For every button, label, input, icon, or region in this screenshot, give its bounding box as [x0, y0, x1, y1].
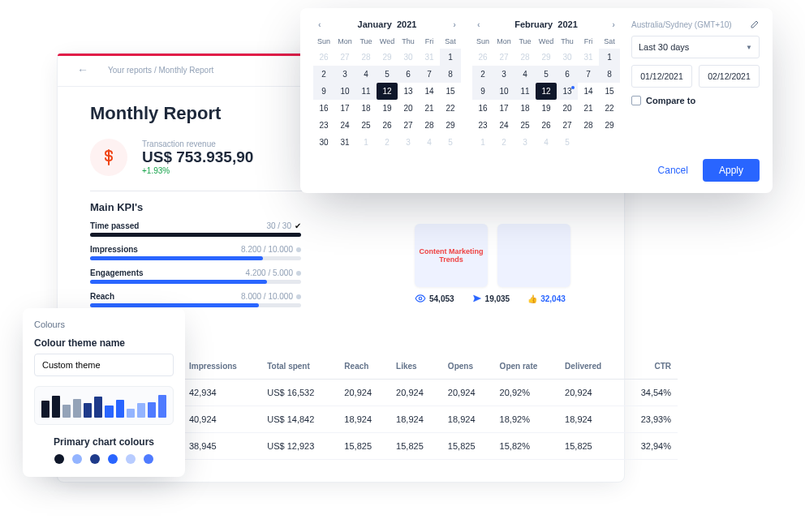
pencil-icon[interactable]	[750, 19, 760, 29]
compare-checkbox[interactable]: Compare to	[631, 96, 760, 105]
calendar-day[interactable]: 4	[419, 134, 440, 151]
calendar-day[interactable]: 6	[557, 66, 578, 83]
calendar-day[interactable]: 7	[419, 66, 440, 83]
calendar-day[interactable]: 24	[334, 117, 355, 134]
calendar-day[interactable]: 6	[398, 66, 419, 83]
theme-name-input[interactable]	[34, 354, 174, 376]
thumbnail-generic[interactable]	[497, 224, 570, 287]
calendar-day[interactable]: 29	[440, 117, 461, 134]
cancel-button[interactable]: Cancel	[658, 165, 688, 176]
calendar-day[interactable]: 21	[419, 100, 440, 117]
calendar-day[interactable]: 14	[578, 83, 599, 100]
calendar-day[interactable]: 3	[514, 134, 536, 151]
calendar-day[interactable]: 15	[440, 83, 461, 100]
calendar-day[interactable]: 12	[377, 83, 398, 100]
calendar-day[interactable]: 2	[313, 66, 334, 83]
table-row[interactable]: 38,945US$ 12,92315,82515,82515,82515,82%…	[183, 433, 678, 460]
calendar-day[interactable]: 26	[313, 49, 334, 66]
back-arrow-icon[interactable]: ←	[77, 63, 88, 76]
col-reach[interactable]: Reach	[338, 354, 390, 380]
checkbox-icon[interactable]	[631, 96, 641, 105]
calendar-day[interactable]: 5	[377, 66, 398, 83]
calendar-day[interactable]: 24	[493, 117, 514, 134]
calendar-day[interactable]: 16	[472, 100, 493, 117]
col-opens[interactable]: Opens	[441, 354, 493, 380]
calendar-day[interactable]: 8	[440, 66, 461, 83]
date-from-input[interactable]: 01/12/2021	[631, 65, 692, 88]
calendar-day[interactable]: 28	[419, 117, 440, 134]
colour-swatch[interactable]	[126, 454, 136, 464]
calendar-day[interactable]: 11	[514, 83, 536, 100]
breadcrumb-trail[interactable]: Your reports / Monthly Report	[108, 66, 213, 75]
calendar-day[interactable]: 26	[377, 117, 398, 134]
calendar-day[interactable]: 20	[557, 100, 578, 117]
calendar-day[interactable]: 12	[536, 83, 557, 100]
colour-swatch[interactable]	[72, 454, 82, 464]
calendar-day[interactable]: 4	[514, 66, 536, 83]
calendar-day[interactable]: 13	[398, 83, 419, 100]
calendar-day[interactable]: 1	[472, 134, 493, 151]
calendar-day[interactable]: 7	[578, 66, 599, 83]
calendar-day[interactable]: 28	[355, 49, 377, 66]
range-preset-select[interactable]: Last 30 days▼	[631, 36, 760, 58]
timezone-row[interactable]: Australia/Sydney (GMT+10)	[631, 19, 760, 29]
col-total-spent[interactable]: Total spent	[260, 354, 338, 380]
calendar-day[interactable]: 29	[377, 49, 398, 66]
calendar-day[interactable]: 30	[557, 49, 578, 66]
calendar-day[interactable]: 29	[536, 49, 557, 66]
col-impressions[interactable]: Impressions	[183, 354, 260, 380]
calendar-day[interactable]: 17	[334, 100, 355, 117]
calendar-day[interactable]: 5	[536, 66, 557, 83]
next-month-button[interactable]: ›	[448, 19, 461, 29]
calendar-day[interactable]: 26	[472, 49, 493, 66]
calendar-day[interactable]: 10	[334, 83, 355, 100]
colour-swatch[interactable]	[54, 454, 64, 464]
calendar-day[interactable]: 9	[472, 83, 493, 100]
col-ctr[interactable]: CTR	[622, 354, 678, 380]
table-row[interactable]: 40,924US$ 14,84218,92418,92418,92418,92%…	[183, 406, 678, 433]
calendar-day[interactable]: 2	[493, 134, 514, 151]
thumbnail-content-marketing[interactable]: Content Marketing Trends	[415, 224, 488, 287]
calendar-day[interactable]: 29	[599, 117, 620, 134]
calendar-day[interactable]: 19	[377, 100, 398, 117]
calendar-day[interactable]: 27	[398, 117, 419, 134]
calendar-day[interactable]: 23	[472, 117, 493, 134]
calendar-day[interactable]: 27	[557, 117, 578, 134]
calendar-day[interactable]: 1	[440, 49, 461, 66]
calendar-day[interactable]: 20	[398, 100, 419, 117]
calendar-day[interactable]: 22	[440, 100, 461, 117]
calendar-day[interactable]: 31	[578, 49, 599, 66]
calendar-day[interactable]: 4	[355, 66, 377, 83]
calendar-day[interactable]: 9	[313, 83, 334, 100]
calendar-day[interactable]: 30	[398, 49, 419, 66]
calendar-day[interactable]: 15	[599, 83, 620, 100]
calendar-day[interactable]: 8	[599, 66, 620, 83]
calendar-day[interactable]: 27	[334, 49, 355, 66]
calendar-day[interactable]: 28	[514, 49, 536, 66]
table-row[interactable]: 42,934US$ 16,53220,92420,92420,92420,92%…	[183, 380, 678, 406]
calendar-day[interactable]: 4	[536, 134, 557, 151]
calendar-day[interactable]: 18	[355, 100, 377, 117]
calendar-day[interactable]: 23	[313, 117, 334, 134]
calendar-day[interactable]: 13	[557, 83, 578, 100]
col-open-rate[interactable]: Open rate	[493, 354, 558, 380]
calendar-day[interactable]: 28	[578, 117, 599, 134]
calendar-day[interactable]: 25	[514, 117, 536, 134]
calendar-day[interactable]: 3	[398, 134, 419, 151]
calendar-day[interactable]: 11	[355, 83, 377, 100]
date-to-input[interactable]: 02/12/2021	[699, 65, 760, 88]
calendar-day[interactable]: 2	[472, 66, 493, 83]
colour-swatch[interactable]	[108, 454, 118, 464]
calendar-day[interactable]: 31	[334, 134, 355, 151]
calendar-day[interactable]: 5	[440, 134, 461, 151]
calendar-day[interactable]: 17	[493, 100, 514, 117]
calendar-day[interactable]: 2	[377, 134, 398, 151]
calendar-day[interactable]: 3	[334, 66, 355, 83]
prev-month-button[interactable]: ‹	[472, 19, 485, 29]
calendar-day[interactable]: 30	[313, 134, 334, 151]
calendar-day[interactable]: 5	[557, 134, 578, 151]
next-month-button[interactable]: ›	[607, 19, 620, 29]
calendar-day[interactable]: 3	[493, 66, 514, 83]
calendar-day[interactable]: 22	[599, 100, 620, 117]
calendar-day[interactable]: 21	[578, 100, 599, 117]
